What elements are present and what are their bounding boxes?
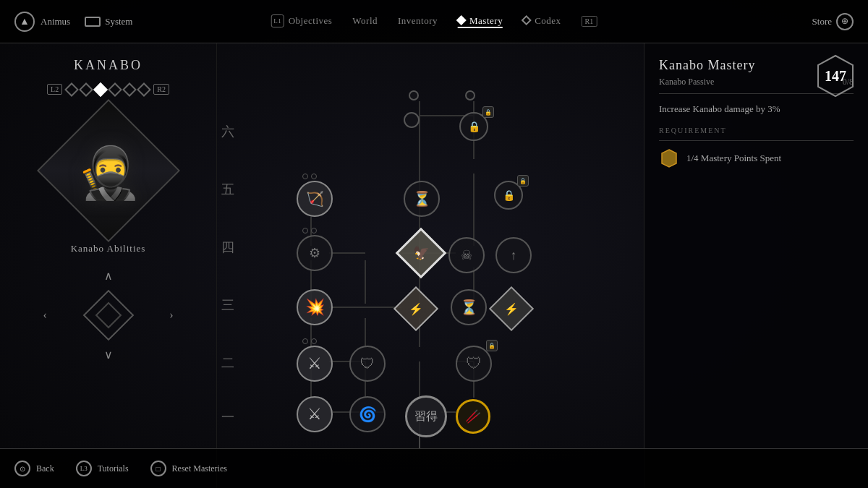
weapon-nav-diamond: [83, 290, 134, 341]
nav-item-world[interactable]: World: [352, 15, 378, 28]
node-row5-col1[interactable]: 🏹: [297, 181, 333, 217]
req-hex-icon: [659, 148, 679, 168]
animus-button[interactable]: ▲ Animus: [14, 12, 70, 32]
node-row4-col3[interactable]: ☠: [448, 237, 485, 273]
right-panel: 147 Kanabo Mastery Kanabo Passive 0/8 In…: [644, 43, 868, 488]
character-label: Kanabo Abilities: [71, 243, 146, 254]
character-portrait: 🥷: [37, 99, 180, 242]
node-row3-diamond[interactable]: ⚡: [400, 293, 432, 325]
lock-icon-r6: 🔒: [482, 106, 494, 118]
system-button[interactable]: System: [85, 16, 132, 27]
node-circle-r1c2: 🌀: [349, 396, 386, 432]
codex-label: Codex: [535, 15, 561, 27]
dot-2: [79, 82, 93, 97]
node-circle-r1c1: ⚔: [297, 396, 333, 432]
requirement-text: 1/4 Mastery Points Spent: [686, 153, 781, 164]
row-label-2: 二: [217, 354, 239, 372]
nav-item-codex[interactable]: Codex: [523, 15, 561, 28]
nav-item-inventory[interactable]: Inventory: [398, 15, 438, 28]
dot-3-active: [93, 82, 108, 97]
node-circle-r4c3: ☠: [448, 237, 485, 273]
dot-r2-2: [311, 338, 317, 344]
scroll-down-button[interactable]: ∨: [104, 348, 113, 361]
tutorials-icon: L3: [76, 461, 92, 476]
double-dot-r4: [302, 228, 317, 234]
codex-diamond-icon: [522, 14, 532, 25]
l1-badge: L1: [271, 14, 284, 27]
mastery-points-badge: 147: [814, 54, 857, 98]
back-action[interactable]: ⊙ Back: [14, 461, 54, 476]
node-row6-right-lock[interactable]: 🔒 🔒: [459, 112, 488, 141]
double-dot-r5: [302, 174, 317, 179]
node-row5-lock[interactable]: 🔒 🔒: [494, 181, 523, 210]
node-row4-center[interactable]: 🦅: [403, 235, 439, 271]
dot-r5-2: [311, 174, 317, 179]
mastery-passive-label: Kanabo Passive: [659, 77, 714, 87]
node-row4-col1[interactable]: ⚙: [297, 235, 333, 271]
system-icon: [85, 17, 101, 27]
node-row2-col1[interactable]: ⚔: [297, 346, 333, 382]
tutorials-action[interactable]: L3 Tutorials: [76, 461, 129, 476]
double-dot-r2: [302, 338, 317, 344]
diamond-node-r3: ⚡: [393, 286, 438, 331]
character-portrait-container: 🥷: [43, 106, 174, 236]
bottom-bar: ⊙ Back L3 Tutorials □ Reset Masteries: [0, 448, 868, 488]
left-panel: KANABO L2 R2 🥷 Kanabo Abilities ∧ ‹ › ∨: [0, 43, 217, 488]
node-row1-col1[interactable]: ⚔: [297, 396, 333, 432]
mastery-diamond-icon: [456, 14, 467, 25]
start-node[interactable]: 習得: [405, 395, 447, 437]
row-label-6: 六: [217, 123, 239, 140]
reset-icon: □: [150, 461, 166, 476]
node-row3-diamond-right[interactable]: ⚡: [495, 293, 527, 325]
diamond-icon-r3: ⚡: [409, 302, 423, 316]
node-row3-col1[interactable]: 💥: [297, 289, 333, 325]
back-label: Back: [36, 463, 54, 474]
mastery-points-value: 147: [825, 68, 846, 85]
node-circle-r4c1: ⚙: [297, 235, 333, 271]
l2-badge: L2: [47, 84, 62, 95]
node-tiny-2: [465, 90, 475, 100]
node-row6-center[interactable]: [404, 112, 420, 128]
mastery-dot-row: L2 R2: [47, 84, 169, 95]
dot-5: [122, 82, 137, 97]
node-small-r6: [404, 112, 420, 128]
animus-label: Animus: [41, 16, 70, 27]
nav-item-objectives[interactable]: L1 Objectives: [271, 14, 333, 29]
diamond-active-icon: 🦅: [413, 245, 429, 261]
node-circle-r3c1: 💥: [297, 289, 333, 325]
node-row2-col2[interactable]: 🛡: [349, 346, 386, 382]
node-tiny-1: [409, 90, 419, 100]
inventory-label: Inventory: [398, 15, 438, 27]
back-icon: ⊙: [14, 461, 30, 476]
reset-action[interactable]: □ Reset Masteries: [150, 461, 227, 476]
node-tiny-top1: [409, 90, 419, 100]
next-weapon-button[interactable]: ›: [169, 309, 173, 322]
system-label: System: [105, 16, 132, 27]
node-circle-r5c1: 🏹: [297, 181, 333, 217]
dot-r5-1: [302, 174, 308, 179]
node-circle-r2c1: ⚔: [297, 346, 333, 382]
store-label: Store: [812, 16, 832, 27]
objectives-label: Objectives: [289, 15, 333, 27]
node-row1-col2[interactable]: 🌀: [349, 396, 386, 432]
store-button[interactable]: Store ⊕: [812, 13, 854, 30]
nav-item-mastery[interactable]: Mastery: [458, 15, 503, 28]
node-row3-hourglass[interactable]: ⏳: [451, 289, 487, 325]
store-icon: ⊕: [836, 13, 854, 30]
samurai-icon: 🥷: [77, 143, 140, 202]
node-row4-col4[interactable]: ↑: [495, 237, 532, 273]
prev-weapon-button[interactable]: ‹: [43, 309, 47, 322]
r1-badge: R1: [582, 16, 597, 27]
requirement-item: 1/4 Mastery Points Spent: [659, 148, 854, 168]
reset-label: Reset Masteries: [172, 463, 227, 474]
scroll-up-button[interactable]: ∧: [104, 269, 113, 283]
node-row5-hourglass[interactable]: ⏳: [404, 181, 440, 217]
dot-1: [64, 82, 79, 97]
node-row2-lock[interactable]: 🛡 🔒: [456, 346, 492, 382]
lock-icon-r2: 🔒: [486, 340, 498, 351]
node-row1-col3[interactable]: 🥢: [456, 399, 490, 434]
node-hourglass-r5: ⏳: [404, 181, 440, 217]
tutorials-label: Tutorials: [98, 463, 129, 474]
mastery-description: Increase Kanabo damage by 3%: [659, 103, 854, 116]
node-circle-r2c2: 🛡: [349, 346, 386, 382]
